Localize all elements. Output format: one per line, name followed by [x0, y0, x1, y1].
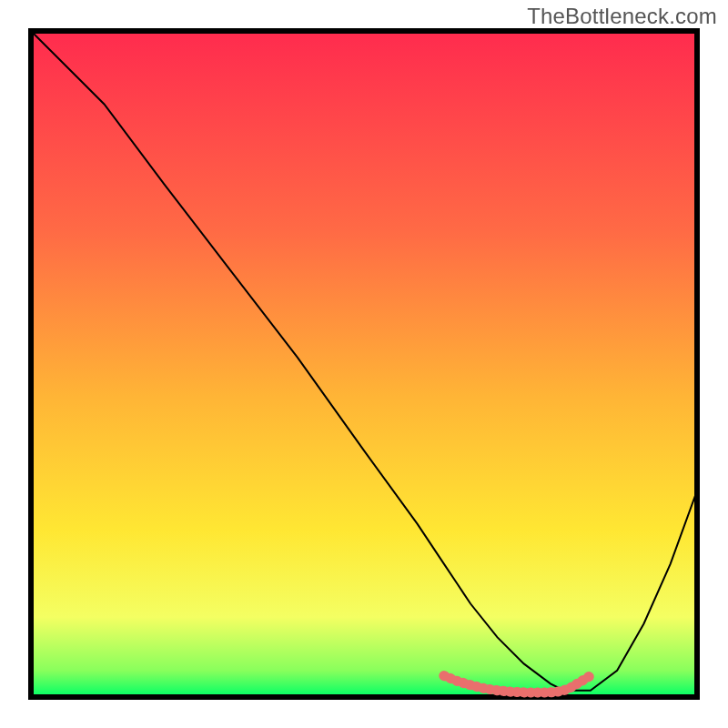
plot-background: [31, 31, 697, 697]
chart-frame: TheBottleneck.com: [0, 0, 728, 728]
watermark-text: TheBottleneck.com: [527, 4, 717, 29]
bottleneck-chart: [0, 0, 728, 728]
